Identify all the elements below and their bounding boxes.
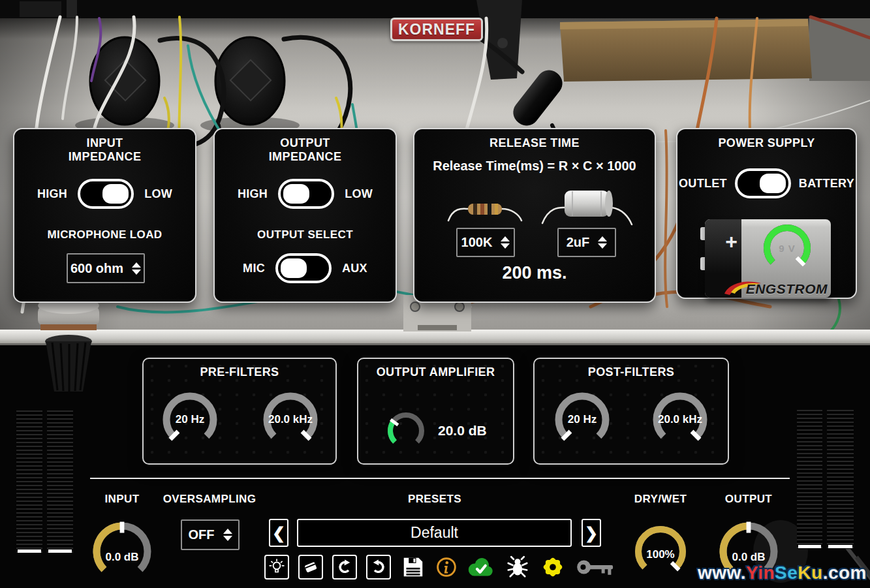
watermark-yin: Yin — [746, 563, 775, 583]
toggle-thumb — [760, 174, 786, 193]
post-lowpass-value: 20.0 kHz — [650, 390, 710, 450]
mic-label: MIC — [243, 262, 265, 275]
watermark-ku: Ku — [798, 563, 822, 583]
input-gain-value: 0.0 dB — [89, 519, 155, 584]
post-highpass-value: 20 Hz — [552, 390, 612, 450]
license-key-button[interactable] — [575, 554, 615, 580]
high-label: HIGH — [37, 187, 67, 201]
help-lightbulb-button[interactable] — [264, 555, 289, 580]
output-select-toggle[interactable] — [275, 253, 332, 283]
level-meter — [47, 410, 73, 553]
output-amplifier-knob[interactable] — [385, 410, 427, 452]
resistor-value-stepper[interactable]: 100K — [456, 228, 515, 257]
cloud-sync-button[interactable] — [467, 554, 495, 580]
cloud-check-icon — [467, 556, 495, 578]
release-time-formula: Release Time(ms) = R × C × 1000 — [414, 159, 655, 174]
book-icon — [302, 559, 319, 576]
gear-icon — [541, 555, 565, 579]
info-icon — [436, 557, 457, 578]
up-down-arrows-icon — [132, 262, 141, 275]
chevron-right-icon: ❯ — [585, 524, 598, 542]
capacitor-graphic — [540, 185, 634, 227]
watermark: www.YinSeKu.com — [698, 563, 867, 583]
microphone-load-value: 600 ohm — [70, 261, 123, 276]
microphone-load-label: MICROPHONE LOAD — [14, 228, 195, 241]
microphone-load-select[interactable]: 600 ohm — [67, 253, 145, 283]
output-amplifier-title: OUTPUT AMPLIFIER — [358, 365, 513, 379]
toggle-thumb — [283, 184, 309, 204]
pre-filters-panel: PRE-FILTERS 20 Hz 20.0 kHz — [142, 358, 337, 465]
toggle-thumb — [102, 184, 129, 204]
preset-name-field[interactable]: Default — [297, 519, 572, 547]
toggle-thumb — [281, 258, 307, 278]
drywet-knob[interactable]: 100% — [632, 523, 689, 580]
up-down-arrows-icon — [501, 236, 510, 249]
input-impedance-title: INPUT IMPEDANCE — [14, 136, 195, 164]
oversampling-value: OFF — [189, 527, 215, 542]
pre-filters-title: PRE-FILTERS — [144, 365, 335, 379]
title-line2: IMPEDANCE — [215, 150, 396, 164]
input-impedance-toggle[interactable] — [78, 179, 134, 209]
up-down-arrows-icon — [598, 236, 607, 249]
oversampling-label: OVERSAMPLING — [163, 493, 256, 506]
pre-highpass-value: 20 Hz — [160, 390, 220, 450]
release-time-title: RELEASE TIME — [414, 136, 655, 150]
lightbulb-icon — [268, 559, 285, 576]
bug-report-button[interactable] — [505, 554, 531, 580]
preset-previous-button[interactable]: ❮ — [269, 519, 288, 547]
output-select-label: OUTPUT SELECT — [215, 228, 396, 241]
post-filter-highpass-knob[interactable]: 20 Hz — [552, 390, 612, 450]
bug-icon — [506, 555, 529, 579]
plugin-window: KORNEFF INPUT IMPEDANCE HIGH LOW MICROPH… — [0, 0, 870, 588]
battery-graphic: + 9 V ENGSTROM — [705, 219, 831, 298]
resistor-graphic — [446, 189, 524, 226]
output-label: OUTPUT — [725, 493, 772, 506]
undo-icon — [336, 559, 353, 576]
output-amplifier-value: 20.0 dB — [438, 423, 487, 439]
low-label: LOW — [345, 187, 373, 201]
level-meter — [16, 410, 42, 553]
input-gain-knob[interactable]: 0.0 dB — [89, 519, 155, 584]
battery-brand: ENGSTROM — [746, 281, 828, 297]
korneff-logo-text: KORNEFF — [398, 21, 475, 39]
output-impedance-panel: OUTPUT IMPEDANCE HIGH LOW OUTPUT SELECT … — [213, 128, 397, 303]
output-impedance-toggle[interactable] — [278, 179, 334, 209]
title-line2: IMPEDANCE — [14, 150, 195, 164]
power-supply-toggle[interactable] — [735, 168, 791, 198]
aux-label: AUX — [342, 262, 367, 275]
post-filters-panel: POST-FILTERS 20 Hz 20.0 kHz — [533, 358, 729, 465]
info-button[interactable] — [435, 556, 458, 578]
title-line1: INPUT — [14, 136, 195, 150]
post-filter-lowpass-knob[interactable]: 20.0 kHz — [650, 390, 710, 450]
battery-voltage-value: 9 V — [760, 221, 815, 275]
preset-next-button[interactable]: ❯ — [582, 519, 601, 547]
key-icon — [576, 557, 614, 577]
low-label: LOW — [144, 187, 172, 201]
input-label: INPUT — [105, 493, 140, 506]
manual-book-button[interactable] — [298, 555, 323, 580]
pre-filter-lowpass-knob[interactable]: 20.0 kHz — [260, 390, 320, 450]
level-meter — [827, 410, 854, 549]
battery-voltage-knob[interactable]: 9 V — [760, 221, 815, 275]
drywet-value: 100% — [632, 523, 689, 580]
input-impedance-panel: INPUT IMPEDANCE HIGH LOW MICROPHONE LOAD… — [13, 128, 196, 303]
watermark-www: www. — [698, 563, 746, 583]
capacitor-value-stepper[interactable]: 2uF — [557, 228, 616, 257]
chevron-left-icon: ❮ — [272, 524, 285, 542]
power-supply-panel: POWER SUPPLY OUTLET BATTERY + 9 V ENGSTR… — [676, 128, 857, 299]
outlet-label: OUTLET — [679, 177, 727, 191]
capacitor-value: 2uF — [567, 235, 590, 250]
oversampling-select[interactable]: OFF — [181, 519, 240, 550]
utility-icon-row — [264, 554, 615, 580]
settings-button[interactable] — [540, 554, 566, 580]
redo-button[interactable] — [366, 555, 391, 580]
preset-name: Default — [411, 524, 458, 542]
battery-label: BATTERY — [799, 177, 854, 191]
floppy-save-icon — [401, 555, 425, 579]
release-time-result: 200 ms. — [414, 263, 655, 283]
presets-label: PRESETS — [408, 493, 461, 506]
drywet-label: DRY/WET — [634, 493, 687, 506]
undo-button[interactable] — [332, 555, 357, 580]
pre-filter-highpass-knob[interactable]: 20 Hz — [160, 390, 220, 450]
save-preset-button[interactable] — [400, 554, 426, 580]
